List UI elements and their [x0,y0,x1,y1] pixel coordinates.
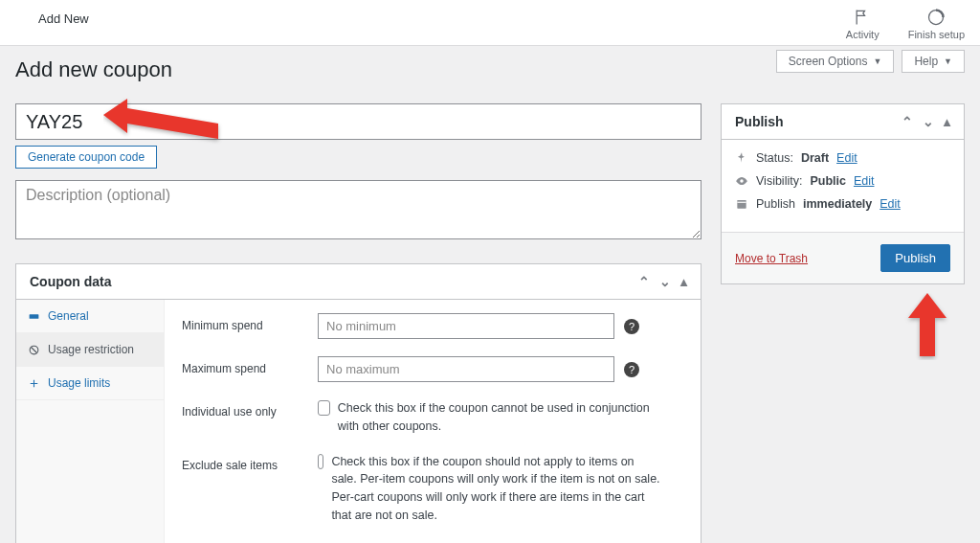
chevron-up-icon[interactable]: ⌃ [638,274,650,289]
coupon-data-title: Coupon data [30,274,112,289]
finish-setup-label: Finish setup [908,29,965,40]
description-textarea[interactable] [15,180,702,239]
breadcrumb-add-new[interactable]: Add New [38,8,89,26]
visibility-label: Visibility: [756,174,802,188]
tab-general[interactable]: General [16,300,164,333]
individual-use-label: Individual use only [182,399,306,419]
calendar-icon [735,197,748,211]
caret-up-icon[interactable]: ▴ [680,274,687,289]
eye-icon [735,174,748,188]
minimum-spend-label: Minimum spend [182,313,306,332]
move-to-trash-link[interactable]: Move to Trash [735,252,808,265]
finish-setup-button[interactable]: Finish setup [908,8,965,40]
edit-schedule-link[interactable]: Edit [880,197,901,211]
activity-label: Activity [846,29,880,40]
coupon-data-header[interactable]: Coupon data ⌃ ⌄ ▴ [16,264,701,300]
flag-icon [853,8,872,27]
maximum-spend-input[interactable] [318,356,614,382]
tab-usage-restriction-label: Usage restriction [48,343,134,356]
ban-icon [28,344,40,356]
generate-coupon-code-button[interactable]: Generate coupon code [15,146,157,169]
tab-usage-limits[interactable]: Usage limits [16,367,164,400]
edit-status-link[interactable]: Edit [836,151,858,165]
progress-circle-icon [926,8,946,27]
plus-icon [28,377,40,390]
exclude-sale-help: Check this box if the coupon should not … [331,453,662,525]
activity-button[interactable]: Activity [846,8,880,40]
chevron-up-icon[interactable]: ⌃ [902,114,913,129]
status-value: Draft [801,151,829,165]
chevron-down-icon[interactable]: ⌄ [923,114,934,129]
exclude-sale-label: Exclude sale items [182,453,306,472]
tab-usage-limits-label: Usage limits [48,376,110,390]
screen-options-button[interactable]: Screen Options ▼ [776,50,895,73]
coupon-code-input[interactable] [15,103,702,140]
publish-when-value: immediately [803,197,872,211]
coupon-data-panel: Coupon data ⌃ ⌄ ▴ General Usage restrict… [15,263,702,543]
svg-point-3 [740,179,744,183]
svg-rect-1 [30,314,39,318]
help-tooltip-icon[interactable]: ? [624,362,639,377]
help-button[interactable]: Help ▼ [902,50,965,73]
publish-panel: Publish ⌃ ⌄ ▴ Status: Draft Edit Visibil… [721,103,965,284]
visibility-value: Public [810,174,846,188]
ticket-icon [28,310,40,323]
status-label: Status: [756,151,793,165]
pin-icon [735,151,748,165]
tab-general-label: General [48,309,89,323]
exclude-sale-checkbox[interactable] [318,454,323,469]
minimum-spend-input[interactable] [318,313,614,339]
chevron-down-icon: ▼ [944,57,952,66]
publish-header[interactable]: Publish ⌃ ⌄ ▴ [722,104,964,140]
chevron-down-icon: ▼ [873,57,881,66]
edit-visibility-link[interactable]: Edit [854,174,875,188]
caret-up-icon[interactable]: ▴ [944,114,950,129]
publish-when-label: Publish [756,197,795,211]
publish-button[interactable]: Publish [880,244,950,272]
help-tooltip-icon[interactable]: ? [624,319,639,334]
chevron-down-icon[interactable]: ⌄ [659,274,671,289]
screen-options-label: Screen Options [789,55,868,68]
svg-rect-4 [737,200,746,209]
individual-use-checkbox[interactable] [318,400,330,416]
tab-usage-restriction[interactable]: Usage restriction [16,333,164,367]
publish-title: Publish [735,114,784,129]
help-label: Help [914,55,938,68]
individual-use-help: Check this box if the coupon cannot be u… [338,399,662,436]
maximum-spend-label: Maximum spend [182,356,306,375]
